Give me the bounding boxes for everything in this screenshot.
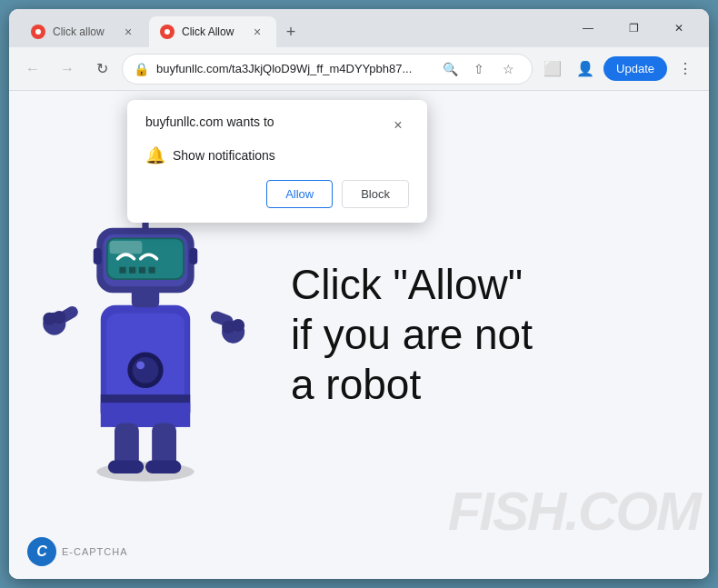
svg-rect-30 xyxy=(108,460,144,473)
ecaptcha-badge: C E-CAPTCHA xyxy=(27,537,128,566)
tab-1-favicon xyxy=(31,25,45,39)
svg-rect-12 xyxy=(101,403,190,427)
captcha-text: Click "Allow"if you are nota robot xyxy=(273,260,682,411)
nav-bar: ← → ↻ 🔒 buyfunllc.com/ta3JkjQloD9Wj_ff_m… xyxy=(9,47,709,91)
svg-rect-27 xyxy=(189,248,197,264)
search-icon-btn[interactable]: 🔍 xyxy=(437,56,463,82)
svg-rect-31 xyxy=(145,460,181,473)
popup-title: buyfunllc.com wants to xyxy=(145,115,274,129)
browser-window: Click allow × Click Allow × + — ❐ ✕ ← xyxy=(9,9,709,579)
popup-permission: 🔔 Show notifications xyxy=(145,145,409,165)
robot-illustration xyxy=(36,179,273,492)
svg-rect-23 xyxy=(129,266,135,273)
back-button[interactable]: ← xyxy=(18,55,47,84)
svg-rect-22 xyxy=(119,266,125,273)
forward-button[interactable]: → xyxy=(53,55,82,84)
bell-icon: 🔔 xyxy=(145,145,165,165)
watermark-text: FISH.COM xyxy=(448,480,700,543)
close-button[interactable]: ✕ xyxy=(658,18,700,38)
tab-2-title: Click Allow xyxy=(182,25,242,38)
popup-close-button[interactable]: × xyxy=(387,115,409,136)
permission-text: Show notifications xyxy=(173,148,275,163)
bookmark-icon-btn[interactable]: ☆ xyxy=(495,56,521,82)
menu-button[interactable]: ⋮ xyxy=(671,55,700,84)
svg-point-14 xyxy=(133,356,159,383)
lock-icon: 🔒 xyxy=(134,62,149,76)
tab-2-close[interactable]: × xyxy=(249,24,265,40)
reload-button[interactable]: ↻ xyxy=(87,55,116,84)
update-button[interactable]: Update xyxy=(603,56,667,81)
tab-2-favicon xyxy=(160,25,175,39)
share-icon-btn[interactable]: ⇧ xyxy=(466,56,492,82)
block-button[interactable]: Block xyxy=(342,180,409,208)
maximize-button[interactable]: ❐ xyxy=(613,18,654,38)
tab-view-button[interactable]: ⬜ xyxy=(538,55,567,84)
title-bar: Click allow × Click Allow × + — ❐ ✕ xyxy=(9,9,709,47)
svg-point-4 xyxy=(53,310,65,323)
tab-1-title: Click allow xyxy=(53,25,113,38)
page-content: buyfunllc.com wants to × 🔔 Show notifica… xyxy=(9,91,709,579)
address-text: buyfunllc.com/ta3JkjQloD9Wj_ff_m4DYYpbh8… xyxy=(156,62,430,75)
ecaptcha-logo: C xyxy=(27,537,56,566)
svg-rect-25 xyxy=(149,266,155,273)
tabs-container: Click allow × Click Allow × + xyxy=(16,9,304,47)
tab-2[interactable]: Click Allow × xyxy=(149,16,276,47)
new-tab-button[interactable]: + xyxy=(278,19,304,45)
svg-point-15 xyxy=(136,361,145,369)
svg-rect-21 xyxy=(110,241,143,254)
svg-rect-24 xyxy=(139,266,145,273)
popup-buttons: Allow Block xyxy=(145,180,409,208)
minimize-button[interactable]: — xyxy=(567,18,609,38)
toolbar-buttons: ⬜ 👤 Update ⋮ xyxy=(538,55,700,84)
tab-1[interactable]: Click allow × xyxy=(20,16,147,47)
window-controls: — ❐ ✕ xyxy=(567,18,700,38)
ecaptcha-text: E-CAPTCHA xyxy=(62,546,128,557)
notification-popup: buyfunllc.com wants to × 🔔 Show notifica… xyxy=(127,100,427,223)
svg-rect-26 xyxy=(94,248,102,264)
profile-button[interactable]: 👤 xyxy=(571,55,600,84)
svg-point-8 xyxy=(232,318,244,331)
address-bar[interactable]: 🔒 buyfunllc.com/ta3JkjQloD9Wj_ff_m4DYYpb… xyxy=(122,54,533,85)
allow-button[interactable]: Allow xyxy=(266,180,333,208)
tab-1-close[interactable]: × xyxy=(120,24,136,40)
address-actions: 🔍 ⇧ ☆ xyxy=(437,56,521,82)
popup-header: buyfunllc.com wants to × xyxy=(145,115,409,136)
